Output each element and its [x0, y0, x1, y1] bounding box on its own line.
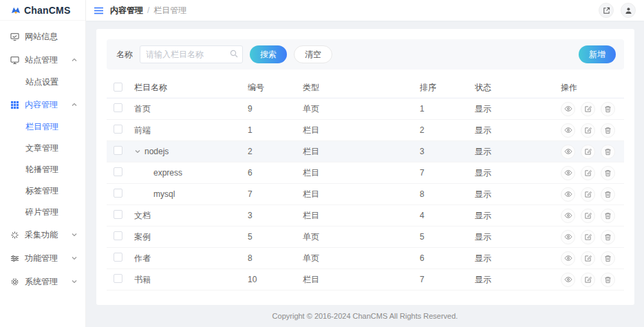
delete-button[interactable] [601, 230, 615, 244]
view-button[interactable] [561, 251, 575, 266]
row-name: 首页 [134, 103, 151, 115]
row-type: 栏目 [303, 125, 420, 136]
row-checkbox[interactable] [114, 253, 122, 262]
edit-button[interactable] [581, 145, 595, 159]
row-status: 显示 [475, 146, 561, 158]
copyright-text: Copyright © 2016-2024 ChanCMS All Rights… [272, 312, 458, 320]
delete-button[interactable] [601, 166, 615, 180]
view-button[interactable] [561, 209, 575, 223]
sidebar-subitem-label: 碎片管理 [25, 207, 58, 218]
delete-button[interactable] [601, 187, 615, 202]
actions-cell [561, 102, 624, 116]
edit-button[interactable] [581, 102, 595, 116]
view-button[interactable] [561, 230, 575, 244]
row-checkbox[interactable] [114, 167, 122, 176]
row-sort: 2 [420, 125, 475, 135]
row-name: 书籍 [134, 274, 151, 286]
clear-button[interactable]: 清空 [294, 45, 332, 63]
sidebar-item-collect-function[interactable]: 采集功能 [0, 223, 85, 246]
column-header-status: 状态 [475, 82, 561, 94]
brand-logo[interactable]: ChanCMS [0, 0, 85, 21]
sidebar-item-tag-management[interactable]: 标签管理 [0, 180, 85, 202]
edit-button[interactable] [581, 230, 595, 244]
sidebar-item-article-management[interactable]: 文章管理 [0, 138, 85, 159]
sidebar-item-system-management[interactable]: 系统管理 [0, 270, 85, 293]
row-checkbox[interactable] [114, 125, 122, 134]
edit-button[interactable] [581, 187, 595, 202]
row-sort: 3 [420, 147, 475, 156]
row-status: 显示 [475, 125, 561, 136]
table-row: 书籍 10 栏目 7 显示 [107, 269, 624, 291]
column-header-id: 编号 [248, 82, 303, 94]
column-header-sort: 排序 [420, 82, 475, 94]
view-button[interactable] [561, 187, 575, 202]
view-button[interactable] [561, 123, 575, 138]
sidebar-item-site-management[interactable]: 站点管理 [0, 48, 85, 72]
row-type: 栏目 [303, 274, 420, 286]
edit-button[interactable] [581, 273, 595, 287]
row-type: 栏目 [303, 146, 420, 158]
delete-button[interactable] [601, 209, 615, 223]
search-button[interactable]: 搜索 [250, 45, 287, 63]
delete-button[interactable] [601, 102, 615, 116]
view-button[interactable] [561, 166, 575, 180]
sidebar-item-fragment-management[interactable]: 碎片管理 [0, 202, 85, 223]
view-button[interactable] [561, 273, 575, 287]
right-pane: 内容管理 / 栏目管理 名称 [86, 0, 644, 327]
sidebar-item-column-management[interactable]: 栏目管理 [0, 116, 85, 138]
select-all-checkbox[interactable] [114, 83, 122, 92]
delete-button[interactable] [601, 251, 615, 266]
name-filter-label: 名称 [116, 49, 133, 61]
sidebar-item-carousel-management[interactable]: 轮播管理 [0, 159, 85, 180]
column-name-input[interactable] [140, 45, 243, 63]
row-id: 1 [248, 125, 303, 135]
row-name: mysql [153, 189, 175, 199]
row-checkbox[interactable] [114, 189, 122, 198]
page-footer: Copyright © 2016-2024 ChanCMS All Rights… [86, 304, 644, 327]
edit-button[interactable] [581, 209, 595, 223]
row-checkbox[interactable] [114, 210, 122, 219]
table-row: 前端 1 栏目 2 显示 [107, 120, 624, 141]
filter-bar: 名称 搜索 清空 新增 [107, 39, 624, 70]
sidebar-item-label: 功能管理 [25, 253, 66, 264]
row-checkbox[interactable] [114, 103, 122, 112]
edit-button[interactable] [581, 251, 595, 266]
sidebar-item-site-settings[interactable]: 站点设置 [0, 72, 85, 93]
actions-cell [561, 187, 624, 202]
user-avatar-button[interactable] [621, 3, 636, 18]
row-id: 3 [248, 211, 303, 220]
row-name: 作者 [134, 253, 151, 264]
sidebar-item-content-management[interactable]: 内容管理 [0, 93, 85, 116]
delete-button[interactable] [601, 145, 615, 159]
sidebar-nav: 网站信息 站点管理 站点设置 内容管理 [0, 21, 85, 293]
hamburger-menu-icon[interactable] [94, 7, 103, 14]
add-button[interactable]: 新增 [579, 45, 616, 63]
sidebar-item-function-management[interactable]: 功能管理 [0, 246, 85, 270]
edit-button[interactable] [581, 166, 595, 180]
breadcrumb-parent[interactable]: 内容管理 [110, 5, 143, 17]
breadcrumb-separator: / [147, 6, 149, 15]
row-type: 单页 [303, 103, 420, 115]
row-id: 10 [248, 275, 303, 284]
row-status: 显示 [475, 103, 561, 115]
row-checkbox[interactable] [114, 146, 122, 155]
delete-button[interactable] [601, 273, 615, 287]
delete-button[interactable] [601, 123, 615, 138]
row-checkbox[interactable] [114, 274, 122, 283]
edit-button[interactable] [581, 123, 595, 138]
row-type: 单页 [303, 253, 420, 264]
app-window: ChanCMS 网站信息 站点管理 站点设置 [0, 0, 644, 327]
external-link-button[interactable] [599, 3, 614, 18]
breadcrumb-current: 栏目管理 [153, 5, 186, 17]
sidebar-item-website-info[interactable]: 网站信息 [0, 25, 85, 48]
row-id: 6 [248, 168, 303, 178]
row-expand-icon[interactable] [134, 149, 141, 154]
view-button[interactable] [561, 145, 575, 159]
row-checkbox[interactable] [114, 231, 122, 240]
row-sort: 8 [420, 189, 475, 199]
main-content: 名称 搜索 清空 新增 栏目名称 [86, 21, 644, 304]
row-sort: 6 [420, 253, 475, 263]
actions-cell [561, 230, 624, 244]
view-button[interactable] [561, 102, 575, 116]
table-row: 文档 3 栏目 4 显示 [107, 205, 624, 226]
